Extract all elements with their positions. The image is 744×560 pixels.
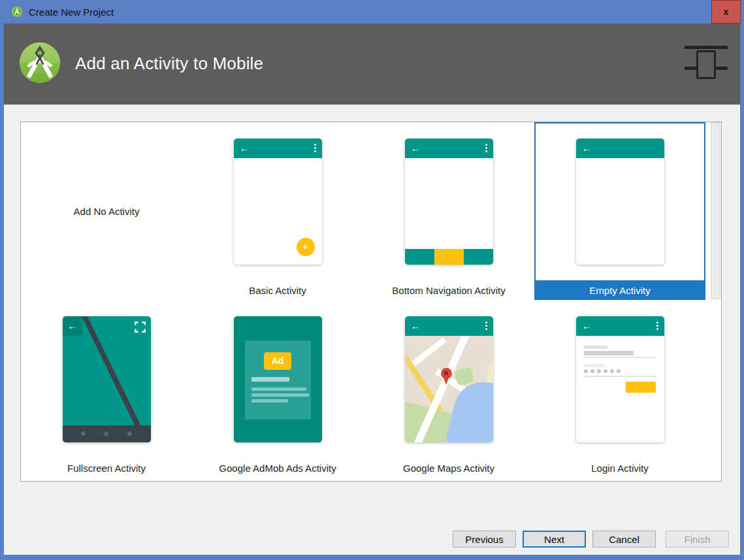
overflow-menu-icon [314,144,316,152]
create-new-project-dialog: Create New Project x Add an Activity to … [0,0,744,560]
back-arrow-icon: ← [582,321,592,331]
text-placeholder-line [251,399,288,403]
appbar: ← [576,139,664,158]
finish-button[interactable]: Finish [666,531,729,548]
next-button[interactable]: Next [523,531,586,548]
vertical-scrollbar[interactable] [710,122,721,481]
text-placeholder-line [251,393,309,397]
field-value-placeholder [584,351,634,355]
activity-thumbnail: ← [363,300,534,458]
overflow-menu-icon [656,321,658,330]
window-border-bottom [0,555,744,560]
map-preview [405,336,493,442]
phone-mockup: ← [405,139,493,265]
titlebar: Create New Project [0,0,744,24]
activity-cell-basic-activity[interactable]: ← + Basic Activity [192,122,363,300]
back-arrow-icon: ← [411,321,421,331]
fab-button: + [297,238,315,256]
activity-thumbnail: ← [534,300,705,458]
activity-thumbnail: ← [21,300,192,458]
map-road [411,337,446,367]
phone-mockup: ← + [234,139,322,265]
activity-label: Bottom Navigation Activity [363,280,534,300]
android-studio-app-icon [11,6,23,18]
phone-mockup: ← [63,316,151,442]
back-arrow-icon: ← [582,143,592,153]
wizard-footer: Previous Next Cancel Finish [0,531,744,549]
activity-cell-google-admob-ads-activity[interactable]: Ad Google AdMob Ads Activity [192,300,363,478]
back-arrow-icon: ← [240,143,250,153]
activity-label: Basic Activity [192,280,363,300]
map-park-area [454,367,474,386]
form-factor-phone-icon [685,43,728,81]
sign-in-button-placeholder [626,382,656,393]
overflow-menu-icon [485,321,487,330]
activity-label: Login Activity [534,458,705,478]
phone-outline-icon [696,50,716,79]
appbar: ← [234,139,322,158]
diagonal-stripe [79,316,151,442]
activity-label: Fullscreen Activity [21,458,192,478]
nav-segment-active [434,249,464,265]
activity-cell-google-maps-activity[interactable]: ← [363,300,534,478]
ad-content-panel: Ad [245,340,311,420]
appbar: ← [405,139,493,158]
previous-button[interactable]: Previous [453,531,516,548]
bottom-nav-bar [405,249,493,265]
form-factor-line [685,46,728,49]
appbar: ← [576,316,664,336]
phone-mockup: ← [576,139,664,265]
activity-thumbnail: ← + [192,122,363,280]
appbar: ← [405,316,493,336]
password-dots [584,369,621,373]
close-button[interactable]: x [711,0,741,24]
activity-grid: Add No Activity ← + Basic Activity [21,122,705,478]
activity-label: Add No Activity [74,206,140,217]
field-underline [584,376,656,377]
field-label-placeholder [584,346,607,349]
activity-thumbnail: ← [534,122,705,280]
activity-thumbnail: ← [363,122,534,280]
ad-badge: Ad [264,352,291,370]
overflow-menu-icon [485,144,487,152]
field-underline [584,357,656,358]
activity-label: Empty Activity [534,280,705,300]
window-border-left [0,24,4,560]
activity-cell-fullscreen-activity[interactable]: ← Fullscreen Activity [21,300,192,478]
field-label-placeholder [584,364,604,367]
window-title: Create New Project [29,7,114,18]
activity-cell-bottom-navigation-activity[interactable]: ← Bottom Navigation Activity [363,122,534,300]
window-border-right [740,24,744,560]
phone-mockup: ← [405,316,493,442]
plus-icon: + [302,240,309,254]
text-placeholder-line [251,387,306,391]
text-placeholder-line [251,377,289,382]
scrollbar-thumb[interactable] [711,122,720,299]
activity-thumbnail: Ad [192,300,363,458]
page-title: Add an Activity to Mobile [75,54,263,74]
wizard-header: Add an Activity to Mobile [4,24,740,105]
phone-mockup: ← [576,316,664,442]
cancel-button[interactable]: Cancel [592,531,656,548]
back-arrow-icon: ← [67,321,77,331]
activity-cell-login-activity[interactable]: ← Login Activity [534,300,705,478]
activity-label: Google AdMob Ads Activity [192,458,363,478]
map-pin-icon [444,378,449,385]
back-button-area: ← [63,316,82,336]
android-studio-logo-icon [18,41,62,85]
activity-template-panel: Add No Activity ← + Basic Activity [20,122,722,482]
nav-segment [464,249,493,265]
phone-mockup: Ad [234,316,322,442]
nav-segment [405,249,434,265]
activity-cell-empty-activity[interactable]: ← Empty Activity [534,122,705,300]
close-icon: x [724,7,729,17]
fullscreen-icon [135,321,146,333]
activity-label: Google Maps Activity [363,458,534,478]
back-arrow-icon: ← [411,143,421,153]
activity-cell-add-no-activity[interactable]: Add No Activity [21,122,192,300]
